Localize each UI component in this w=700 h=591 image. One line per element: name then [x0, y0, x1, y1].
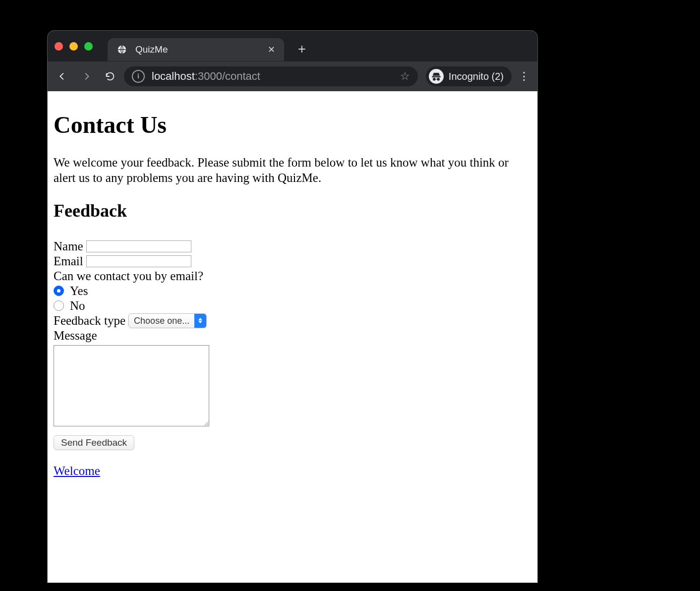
radio-no-row: No	[54, 298, 85, 313]
browser-window: QuizMe ✕ + i localhost:3000/contact ☆	[48, 31, 537, 583]
browser-tab[interactable]: QuizMe ✕	[108, 38, 284, 61]
new-tab-button[interactable]: +	[294, 41, 310, 57]
radio-yes-label: Yes	[70, 284, 88, 298]
browser-menu-button[interactable]: ⋮	[516, 69, 532, 83]
incognito-indicator[interactable]: Incognito (2)	[426, 66, 512, 86]
tab-strip: QuizMe ✕ +	[48, 31, 537, 61]
name-input[interactable]	[86, 240, 191, 252]
browser-toolbar: i localhost:3000/contact ☆ Incognito (2)…	[48, 61, 537, 91]
bookmark-star-icon[interactable]: ☆	[400, 69, 410, 83]
radio-yes-row: Yes	[54, 284, 88, 298]
globe-icon	[117, 44, 127, 55]
url-host: localhost	[152, 70, 195, 82]
window-zoom-button[interactable]	[84, 42, 93, 51]
tab-title: QuizMe	[135, 44, 260, 56]
name-row: Name	[54, 239, 191, 254]
back-button[interactable]	[53, 66, 72, 86]
incognito-label: Incognito (2)	[449, 70, 504, 83]
message-label: Message	[54, 328, 97, 343]
select-value: Choose one...	[129, 314, 194, 328]
section-heading: Feedback	[54, 200, 531, 222]
url-path: :3000/contact	[195, 70, 260, 82]
intro-text: We welcome your feedback. Please submit …	[54, 155, 529, 186]
contact-question: Can we contact you by email?	[54, 269, 203, 284]
reload-button[interactable]	[100, 66, 120, 86]
email-input[interactable]	[86, 255, 191, 267]
send-feedback-button[interactable]: Send Feedback	[54, 435, 134, 450]
forward-button[interactable]	[76, 66, 96, 86]
site-info-icon[interactable]: i	[132, 70, 145, 83]
select-arrows-icon	[194, 314, 206, 328]
window-close-button[interactable]	[55, 42, 63, 51]
feedback-type-label: Feedback type	[54, 313, 125, 328]
feedback-type-select[interactable]: Choose one...	[128, 313, 207, 328]
address-bar[interactable]: i localhost:3000/contact ☆	[124, 66, 418, 86]
radio-yes[interactable]	[54, 286, 64, 296]
url-text: localhost:3000/contact	[152, 69, 260, 83]
page-title: Contact Us	[54, 110, 531, 140]
name-label: Name	[54, 239, 83, 254]
close-tab-icon[interactable]: ✕	[268, 44, 275, 56]
feedback-type-row: Feedback type Choose one...	[54, 313, 207, 328]
radio-no[interactable]	[54, 300, 64, 311]
window-controls	[55, 42, 93, 51]
welcome-link[interactable]: Welcome	[54, 463, 100, 478]
window-minimize-button[interactable]	[69, 42, 78, 51]
radio-no-label: No	[70, 298, 85, 313]
incognito-icon	[429, 69, 444, 84]
feedback-form: Name Email Can we contact you by email? …	[54, 239, 531, 450]
page-content: Contact Us We welcome your feedback. Ple…	[48, 91, 537, 583]
email-label: Email	[54, 254, 83, 269]
message-textarea[interactable]	[54, 345, 209, 426]
browser-chrome: QuizMe ✕ + i localhost:3000/contact ☆	[48, 31, 537, 91]
email-row: Email	[54, 254, 191, 269]
